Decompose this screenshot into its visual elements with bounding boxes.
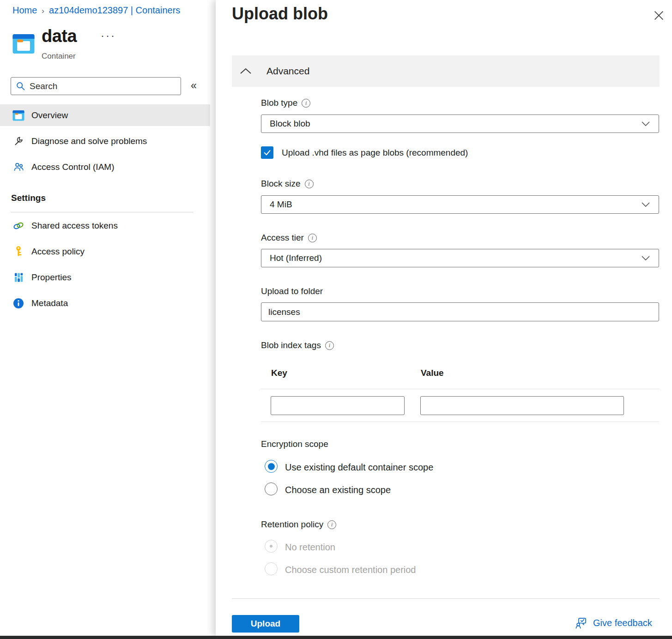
access-tier-label-text: Access tier (261, 233, 304, 243)
upload-folder-input[interactable] (261, 302, 659, 321)
access-tier-value: Hot (Inferred) (270, 253, 322, 263)
sidebar-item-metadata[interactable]: Metadata (0, 292, 210, 314)
chevron-down-icon (641, 202, 650, 207)
chevron-up-icon (239, 67, 252, 75)
container-window-icon (12, 110, 24, 121)
upload-blob-panel: Upload blob Advanced Blob type i Block b… (216, 0, 672, 636)
radio-default-container-scope-label: Use existing default container scope (285, 462, 433, 473)
divider (232, 598, 660, 599)
tags-key-header: Key (271, 368, 287, 378)
sidebar-item-diagnose[interactable]: Diagnose and solve problems (0, 130, 210, 152)
blob-index-tags-label-text: Blob index tags (261, 340, 321, 350)
sidebar-search[interactable] (11, 77, 181, 95)
info-circle-icon (12, 298, 24, 309)
tags-value-header: Value (421, 368, 444, 378)
block-size-label: Block size i (261, 179, 314, 189)
advanced-section-label: Advanced (266, 66, 309, 77)
radio-custom-retention-label: Choose custom retention period (285, 565, 416, 575)
blob-type-select[interactable]: Block blob (261, 115, 659, 133)
retention-policy-label-text: Retention policy (261, 519, 323, 530)
key-icon (12, 246, 24, 257)
access-tier-select[interactable]: Hot (Inferred) (261, 249, 659, 267)
blob-type-value: Block blob (270, 119, 310, 129)
breadcrumb-home-link[interactable]: Home (12, 5, 37, 15)
container-blade: Home›az104demo123897 | Containers data ·… (0, 0, 216, 636)
divider (11, 212, 193, 212)
radio-no-retention-label: No retention (285, 542, 335, 553)
people-icon (12, 162, 24, 173)
sidebar-item-label: Access policy (31, 247, 85, 257)
search-icon (16, 81, 25, 91)
breadcrumb-current-link[interactable]: az104demo123897 | Containers (49, 5, 180, 15)
radio-choose-existing-scope[interactable] (265, 482, 278, 495)
breadcrumb-separator: › (42, 6, 44, 15)
blob-type-label-text: Blob type (261, 98, 297, 108)
close-icon[interactable] (652, 8, 666, 22)
tag-key-input[interactable] (271, 396, 405, 415)
radio-default-container-scope[interactable] (265, 460, 278, 473)
sliders-icon (12, 272, 24, 283)
radio-custom-retention (265, 562, 278, 575)
divider (261, 422, 659, 422)
search-input[interactable] (30, 81, 176, 91)
wrench-icon (12, 136, 24, 147)
block-size-label-text: Block size (261, 179, 301, 189)
radio-no-retention (265, 540, 278, 553)
upload-button[interactable]: Upload (232, 615, 299, 633)
sidebar-item-label: Diagnose and solve problems (31, 136, 147, 146)
sidebar-item-label: Access Control (IAM) (31, 162, 114, 172)
advanced-section-toggle[interactable]: Advanced (232, 55, 660, 87)
info-icon[interactable]: i (327, 520, 336, 529)
retention-policy-label: Retention policy i (261, 519, 336, 530)
vhd-page-blob-checkbox[interactable] (261, 146, 273, 159)
blob-type-label: Blob type i (261, 98, 310, 108)
give-feedback-link[interactable]: Give feedback (575, 616, 652, 629)
sidebar-item-access-control[interactable]: Access Control (IAM) (0, 156, 210, 178)
chevron-down-icon (641, 121, 650, 127)
sidebar-item-properties[interactable]: Properties (0, 266, 210, 288)
collapse-sidebar-icon[interactable]: « (191, 79, 197, 92)
page-title: data (42, 26, 77, 46)
upload-folder-label: Upload to folder (261, 286, 323, 296)
give-feedback-label: Give feedback (593, 618, 652, 628)
tag-value-input[interactable] (420, 396, 624, 415)
window-bottom-edge (0, 636, 672, 639)
info-icon[interactable]: i (325, 341, 334, 350)
block-size-select[interactable]: 4 MiB (261, 195, 659, 214)
sidebar-item-label: Metadata (31, 298, 68, 308)
sidebar-item-overview[interactable]: Overview (0, 104, 210, 126)
sidebar-item-label: Properties (31, 272, 72, 283)
encryption-scope-label: Encryption scope (261, 439, 328, 449)
info-icon[interactable]: i (308, 234, 317, 242)
vhd-page-blob-label: Upload .vhd files as page blobs (recomme… (282, 148, 468, 158)
sidebar-item-shared-access-tokens[interactable]: Shared access tokens (0, 215, 210, 236)
person-chat-icon (575, 616, 588, 629)
radio-choose-existing-scope-label: Choose an existing scope (285, 485, 391, 495)
blob-index-tags-label: Blob index tags i (261, 340, 334, 350)
sidebar-item-label: Shared access tokens (31, 221, 118, 231)
panel-title: Upload blob (232, 4, 328, 24)
sidebar-item-access-policy[interactable]: Access policy (0, 241, 210, 262)
upload-folder-label-text: Upload to folder (261, 286, 323, 296)
settings-section-header: Settings (11, 193, 46, 203)
block-size-value: 4 MiB (270, 199, 292, 210)
resource-type-label: Container (42, 52, 76, 61)
chevron-down-icon (641, 255, 650, 261)
info-icon[interactable]: i (305, 180, 314, 188)
breadcrumb: Home›az104demo123897 | Containers (12, 5, 180, 16)
access-tier-label: Access tier i (261, 233, 317, 243)
encryption-scope-label-text: Encryption scope (261, 439, 328, 449)
info-icon[interactable]: i (302, 99, 310, 108)
sidebar-item-label: Overview (31, 110, 68, 121)
divider (261, 389, 659, 389)
link-rings-icon (12, 220, 24, 231)
more-menu-ellipsis-icon[interactable]: ··· (101, 29, 116, 42)
container-window-icon (12, 33, 35, 56)
